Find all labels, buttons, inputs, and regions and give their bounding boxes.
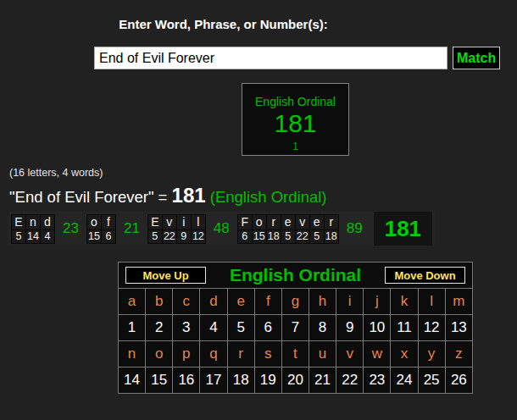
table-letter-cell: z (445, 341, 472, 368)
table-value-cell: 12 (418, 315, 445, 341)
table-letter-cell: c (173, 289, 200, 315)
table-letter-cell: n (119, 341, 146, 368)
table-value-cell: 15 (146, 368, 173, 394)
breakdown-letter-value: 5 (281, 230, 295, 243)
breakdown-letter-value: 4 (41, 230, 54, 243)
equation-phrase: "End of Evil Forever" (9, 188, 153, 206)
breakdown-letter: r (267, 215, 281, 229)
breakdown-letter: v (163, 215, 176, 229)
table-letter-cell: l (418, 289, 445, 315)
breakdown-letter: n (26, 215, 40, 229)
breakdown-letter: e (281, 215, 295, 229)
breakdown-letter: i (177, 215, 191, 229)
letter-column: F6 (238, 215, 252, 243)
letter-column: l12 (192, 215, 205, 243)
match-button[interactable]: Match (453, 47, 500, 69)
table-letter-cell: i (336, 289, 364, 315)
breakdown-letter-value: 14 (26, 230, 40, 243)
cipher-table-header-row: Move Up English Ordinal Move Down (119, 262, 473, 289)
table-letter-cell: u (309, 341, 336, 368)
letter-column: f6 (102, 215, 115, 243)
table-value-cell: 10 (364, 315, 391, 341)
table-value-cell: 13 (445, 315, 472, 341)
table-letter-cell: v (336, 341, 364, 368)
breakdown-total: 181 (374, 212, 432, 246)
breakdown-words: E5n14d423o15f621E5v22i9l1248F6o15r18e5v2… (11, 212, 370, 246)
equation-cipher: (English Ordinal) (206, 188, 327, 206)
table-letter-cell: j (364, 289, 391, 315)
phrase-input[interactable] (94, 47, 448, 69)
table-value-cell: 16 (173, 368, 200, 394)
table-letter-cell: y (418, 341, 445, 368)
word-subtotal: 89 (347, 220, 363, 237)
table-letter-cell: w (364, 341, 391, 368)
move-down-button[interactable]: Move Down (385, 267, 465, 284)
table-letter-cell: e (227, 289, 254, 315)
table-value-cell: 19 (254, 368, 281, 394)
table-value-cell: 6 (254, 315, 281, 341)
breakdown-letter-value: 5 (310, 230, 324, 243)
table-value-cell: 25 (418, 368, 445, 394)
letter-word-count: (16 letters, 4 words) (9, 167, 103, 179)
table-letter-cell: t (281, 341, 309, 368)
letter-column: i9 (177, 215, 191, 243)
breakdown-letter: d (41, 215, 54, 229)
table-letter-cell: x (391, 341, 418, 368)
cipher-table-row: 12345678910111213 (119, 315, 473, 341)
cipher-table-row: nopqrstuvwxyz (119, 341, 473, 368)
table-value-cell: 17 (200, 368, 227, 394)
letter-column: v22 (163, 215, 176, 243)
word-subtotal: 23 (63, 220, 79, 237)
word-subtotal: 21 (124, 220, 140, 237)
table-value-cell: 23 (364, 368, 391, 394)
breakdown-letter-value: 18 (267, 230, 281, 243)
breakdown-letter-value: 6 (238, 230, 252, 243)
cipher-table-row: abcdefghijklm (119, 289, 473, 315)
table-value-cell: 22 (336, 368, 364, 394)
breakdown-letter: F (238, 215, 252, 229)
table-value-cell: 1 (119, 315, 146, 341)
table-letter-cell: p (173, 341, 200, 368)
table-letter-cell: o (146, 341, 173, 368)
result-cipher-label: English Ordinal (242, 95, 348, 108)
phrase-input-row: Match (94, 47, 500, 69)
letter-column: E5 (12, 215, 25, 243)
breakdown-letter-value: 18 (325, 230, 338, 243)
breakdown-letter-value: 12 (192, 230, 205, 243)
breakdown-letter-value: 9 (177, 230, 191, 243)
table-value-cell: 24 (391, 368, 418, 394)
table-value-cell: 21 (309, 368, 336, 394)
letter-column: E5 (148, 215, 162, 243)
equation-value: 181 (172, 184, 206, 207)
breakdown-letter: o (87, 215, 101, 229)
calculator-page: Enter Word, Phrase, or Number(s): Match … (0, 0, 517, 420)
breakdown-letter: l (192, 215, 205, 229)
breakdown-letter: v (296, 215, 309, 229)
breakdown-letter-value: 6 (102, 230, 115, 243)
word-box: F6o15r18e5v22e5r18 (237, 214, 339, 244)
breakdown-letter: r (325, 215, 338, 229)
table-value-cell: 7 (281, 315, 309, 341)
table-value-cell: 9 (336, 315, 364, 341)
move-up-button[interactable]: Move Up (125, 267, 206, 284)
result-count: 1 (242, 140, 348, 152)
table-letter-cell: s (254, 341, 281, 368)
table-value-cell: 18 (227, 368, 254, 394)
breakdown-letter: E (12, 215, 25, 229)
table-letter-cell: h (309, 289, 336, 315)
table-letter-cell: k (391, 289, 418, 315)
letter-column: d4 (41, 215, 54, 243)
result-value: 181 (242, 111, 348, 136)
breakdown-letter-value: 5 (148, 230, 162, 243)
cipher-result-box[interactable]: English Ordinal 181 1 (242, 83, 349, 156)
letter-column: o15 (253, 215, 266, 243)
breakdown-letter-value: 22 (296, 230, 309, 243)
breakdown-letter: f (102, 215, 115, 229)
table-value-cell: 11 (391, 315, 418, 341)
table-value-cell: 14 (119, 368, 146, 394)
table-value-cell: 26 (445, 368, 472, 394)
table-letter-cell: q (200, 341, 227, 368)
word-box: o15f6 (86, 214, 116, 244)
table-value-cell: 8 (309, 315, 336, 341)
table-letter-cell: g (281, 289, 309, 315)
